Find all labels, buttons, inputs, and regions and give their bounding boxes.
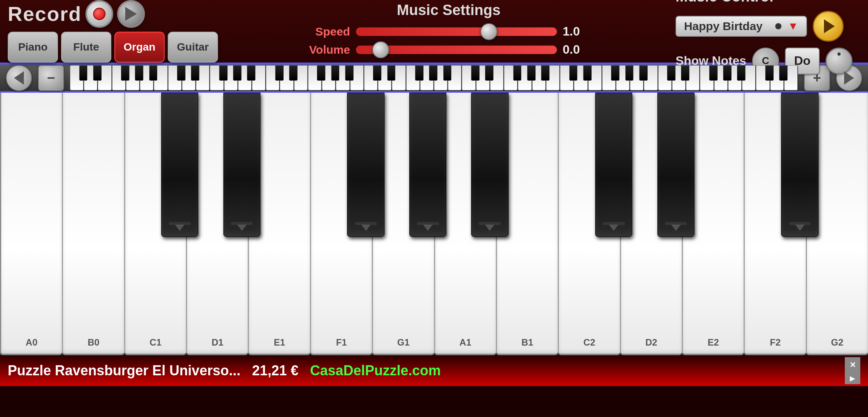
white-key-label: C2: [584, 337, 596, 348]
mini-black-key[interactable]: [79, 65, 88, 81]
black-key-d2#[interactable]: [657, 93, 694, 237]
zoom-out-button[interactable]: −: [38, 65, 64, 91]
mini-black-key[interactable]: [121, 65, 129, 81]
black-key-a1#[interactable]: [471, 93, 508, 237]
mini-black-key[interactable]: [737, 65, 745, 81]
mini-black-key[interactable]: [429, 65, 437, 81]
black-key-d1#[interactable]: [223, 93, 260, 237]
speed-track[interactable]: [356, 27, 557, 36]
play-button[interactable]: [117, 0, 145, 28]
black-key-arrow-icon: [671, 225, 681, 231]
volume-knob[interactable]: [372, 41, 389, 58]
organ-button[interactable]: Organ: [114, 32, 165, 63]
mini-black-key[interactable]: [639, 65, 648, 81]
mini-black-key[interactable]: [583, 65, 592, 81]
mini-black-key[interactable]: [709, 65, 718, 81]
mini-black-key[interactable]: [317, 65, 325, 81]
volume-label: Volume: [304, 43, 350, 56]
mini-black-key[interactable]: [443, 65, 452, 81]
record-section: Record Piano Flute Organ Guitar: [8, 0, 218, 63]
record-button[interactable]: [85, 0, 113, 28]
black-key-g1#[interactable]: [409, 93, 446, 237]
black-key-c1#[interactable]: [161, 93, 198, 237]
mini-black-key[interactable]: [219, 65, 228, 81]
music-control-panel: Music Control Happy Birtday ▼ Show Notes…: [668, 0, 860, 75]
ad-close-button[interactable]: ✕: [845, 357, 860, 373]
volume-track[interactable]: [356, 46, 557, 54]
mini-black-key[interactable]: [667, 65, 676, 81]
mini-black-key[interactable]: [527, 65, 536, 81]
mini-black-key[interactable]: [93, 65, 102, 81]
ad-skip-button[interactable]: ▶: [845, 373, 860, 384]
black-key-arrow-icon: [175, 225, 184, 231]
ad-price: 21,21 €: [252, 363, 298, 379]
record-dot-icon: [93, 8, 106, 20]
black-key-c2#[interactable]: [595, 93, 632, 237]
speed-value: 1.0: [563, 24, 594, 39]
volume-value: 0.0: [563, 42, 594, 57]
piano-section: A0B0C1D1E1F1G1A1B1C2D2E2F2G2: [0, 93, 868, 355]
white-key-label: B0: [88, 337, 100, 348]
mini-black-key[interactable]: [723, 65, 732, 81]
note-dial[interactable]: [825, 47, 853, 75]
mini-black-key[interactable]: [485, 65, 494, 81]
white-key-label: C1: [150, 337, 162, 348]
white-key-label: F1: [336, 337, 347, 348]
song-name: Happy Birtday: [684, 20, 762, 33]
ad-bar: Puzzle Ravensburger El Universo... 21,21…: [0, 355, 868, 386]
scroll-left-button[interactable]: [6, 65, 32, 91]
song-play-button[interactable]: [813, 11, 844, 42]
mini-black-key[interactable]: [415, 65, 424, 81]
instrument-row: Piano Flute Organ Guitar: [8, 32, 218, 63]
song-dropdown[interactable]: Happy Birtday ▼: [676, 16, 807, 37]
mini-black-key[interactable]: [247, 65, 255, 81]
mini-black-key[interactable]: [681, 65, 689, 81]
mini-black-key[interactable]: [625, 65, 634, 81]
header: Record Piano Flute Organ Guitar Music Se…: [0, 0, 868, 64]
app-container: Record Piano Flute Organ Guitar Music Se…: [0, 0, 868, 386]
dropdown-arrow-icon: ▼: [788, 20, 798, 32]
mini-black-key[interactable]: [611, 65, 620, 81]
mini-black-key[interactable]: [331, 65, 340, 81]
mini-black-key[interactable]: [233, 65, 242, 81]
ad-link[interactable]: CasaDelPuzzle.com: [310, 363, 441, 379]
black-key-arrow-icon: [485, 225, 494, 231]
mini-black-key[interactable]: [149, 65, 158, 81]
mini-black-key[interactable]: [177, 65, 186, 81]
mini-black-key[interactable]: [471, 65, 480, 81]
mini-black-key[interactable]: [289, 65, 298, 81]
white-key-label: G1: [397, 337, 410, 348]
black-key-f2#[interactable]: [781, 93, 818, 237]
flute-button[interactable]: Flute: [61, 32, 111, 63]
minus-icon: −: [47, 70, 55, 86]
guitar-button[interactable]: Guitar: [168, 32, 218, 63]
white-key-b0[interactable]: B0: [62, 93, 124, 355]
piano-button[interactable]: Piano: [8, 32, 58, 63]
white-key-a0[interactable]: A0: [0, 93, 62, 355]
white-key-label: E1: [274, 337, 285, 348]
black-key-arrow-icon: [237, 225, 247, 231]
white-key-label: A0: [26, 337, 37, 348]
mini-black-key[interactable]: [513, 65, 522, 81]
song-select-row: Happy Birtday ▼: [676, 11, 844, 42]
black-key-f1#[interactable]: [347, 93, 384, 237]
mini-black-key[interactable]: [541, 65, 550, 81]
mini-black-key[interactable]: [373, 65, 381, 81]
speed-knob[interactable]: [480, 23, 497, 40]
mini-black-key[interactable]: [275, 65, 284, 81]
white-key-label: G2: [831, 337, 843, 348]
black-key-arrow-icon: [361, 225, 371, 231]
mini-black-key[interactable]: [135, 65, 143, 81]
white-key-label: F2: [770, 337, 781, 348]
mini-black-key[interactable]: [191, 65, 199, 81]
mini-black-key[interactable]: [569, 65, 578, 81]
black-key-arrow-icon: [609, 225, 618, 231]
mini-black-key[interactable]: [779, 65, 788, 81]
black-key-arrow-icon: [423, 225, 432, 231]
ad-text: Puzzle Ravensburger El Universo...: [8, 363, 240, 379]
mini-black-key[interactable]: [765, 65, 774, 81]
mini-black-key[interactable]: [387, 65, 396, 81]
music-settings-panel: Music Settings Speed 1.0 Volume 0.0: [230, 2, 668, 61]
music-settings-title: Music Settings: [397, 2, 500, 19]
mini-black-key[interactable]: [345, 65, 354, 81]
